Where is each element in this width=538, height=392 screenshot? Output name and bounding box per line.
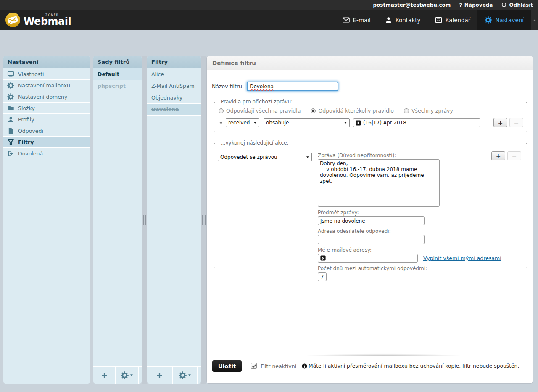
radio-vsechny-zpravy[interactable]: Všechny zprávy xyxy=(404,108,453,114)
collapse-rule-icon[interactable] xyxy=(219,121,223,125)
days-label: Počet dnů mezi automatickými odpověďmi: xyxy=(318,266,511,271)
rule-field-select[interactable]: received xyxy=(226,118,259,127)
radio-icon xyxy=(404,108,409,113)
sender-input[interactable] xyxy=(318,235,425,244)
subject-label: Předmět zprávy: xyxy=(318,210,511,216)
sidebar-item-dovolena[interactable]: Dovolená xyxy=(3,148,90,159)
filter-set-item-default[interactable]: Default xyxy=(93,68,142,80)
brand-webmail: Webmail xyxy=(24,16,71,26)
action-type-select[interactable]: Odpovědět se zprávou xyxy=(218,153,312,161)
tab-nastaveni[interactable]: Nastavení xyxy=(477,10,531,30)
message-textarea[interactable]: Dobry den, v obdobi 16.-17. dubna 2018 m… xyxy=(318,159,440,207)
sidebar-item-filtry[interactable]: Filtry xyxy=(3,137,90,148)
caret-down-icon xyxy=(130,374,133,377)
insert-icon[interactable] xyxy=(356,120,361,126)
sidebar-item-nastaveni-mailboxu[interactable]: Nastavení mailboxu xyxy=(3,80,90,91)
rule-condition-select[interactable]: obsahuje xyxy=(264,118,350,127)
settings-column: Nastavení VlastnostiNastavení mailboxuNa… xyxy=(3,56,90,384)
filters-title: Filtry xyxy=(147,56,201,68)
account-email: postmaster@testwebu.com xyxy=(373,2,451,8)
logout-label: Odhlásit xyxy=(509,2,533,8)
document-icon xyxy=(7,127,14,134)
settings-column-title: Nastavení xyxy=(3,56,90,68)
filter-item-alice[interactable]: Alice xyxy=(147,68,201,80)
add-filter-set-button[interactable] xyxy=(93,367,115,384)
filters-list: AliceZ-Mail AntiSpamObjednavkyDovolena xyxy=(147,68,201,116)
help-label: Nápověda xyxy=(464,2,493,8)
webmail-logo-icon xyxy=(5,12,21,28)
check-icon xyxy=(252,364,256,368)
filter-sets-toolbar xyxy=(93,366,142,384)
radio-icon xyxy=(311,108,316,113)
match-mode-radios: Odpovídají všechna pravidlaOdpovídá kter… xyxy=(219,108,523,114)
save-button[interactable]: Uložit xyxy=(212,360,242,372)
sender-label: Adresa odesilatele odpovědi: xyxy=(318,228,511,234)
filter-sets-list: Defaultphpscript xyxy=(93,68,142,92)
message-label: Zpráva (Důvod nepřítomnosti): xyxy=(318,153,511,158)
gear-icon xyxy=(7,82,14,89)
filter-item-dovolena[interactable]: Dovolena xyxy=(147,104,201,116)
filters-toolbar xyxy=(147,366,201,384)
sidebar-item-vlastnosti[interactable]: Vlastnosti xyxy=(3,68,90,80)
sidebar-item-slozky[interactable]: Složky xyxy=(3,103,90,114)
actions-fieldset: ...vykonej následující akce: + − Odpověd… xyxy=(214,140,527,268)
logout-link[interactable]: Odhlásit xyxy=(501,2,533,8)
tab-e-mail[interactable]: E-mail xyxy=(335,10,378,30)
fill-addresses-link[interactable]: Vyplnit všemi mými adresami xyxy=(423,255,501,261)
sidebar-item-odpovedi[interactable]: Odpovědi xyxy=(3,125,90,137)
sidebar-item-nastaveni-domeny[interactable]: Nastavení domény xyxy=(3,91,90,103)
filter-editor-panel: Definice filtru Název filtru: Dovolena P… xyxy=(206,56,533,384)
user-icon xyxy=(7,116,14,123)
remove-rule-button: − xyxy=(509,118,523,127)
tri-up-icon xyxy=(533,18,537,22)
tab-kontakty[interactable]: Kontakty xyxy=(378,10,428,30)
filter-set-actions-button[interactable] xyxy=(116,367,138,384)
sidebar-item-profily[interactable]: Profily xyxy=(3,114,90,125)
filter-item-objednavky[interactable]: Objednavky xyxy=(147,92,201,104)
radio-odpovida-kterekoliv-pravidlo[interactable]: Odpovídá kterékoliv pravidlo xyxy=(311,108,394,114)
brand-logo[interactable]: ZONER Webmail xyxy=(0,10,71,30)
settings-list: VlastnostiNastavení mailboxuNastavení do… xyxy=(3,68,90,159)
filter-name-input[interactable]: Dovolena xyxy=(247,82,338,91)
actions-legend: ...vykonej následující akce: xyxy=(219,140,290,146)
calendar-icon xyxy=(435,16,442,24)
radio-odpovidaji-vsechna-pravidla[interactable]: Odpovídají všechna pravidla xyxy=(219,108,301,114)
remove-action-button: − xyxy=(507,151,521,160)
select-arrow-icon xyxy=(306,155,309,159)
rule-row: received obsahuje (16|17) Apr 2018 + xyxy=(218,118,523,127)
days-input[interactable]: 7 xyxy=(318,272,327,281)
splitter-2[interactable] xyxy=(201,56,206,384)
rules-legend: Pravidla pro příchozí zprávu: xyxy=(219,99,294,105)
footer-note: Máte-li aktivní přesměrování mailboxu be… xyxy=(309,363,519,369)
topbar: postmaster@testwebu.com ? Nápověda Odhlá… xyxy=(0,0,538,10)
subject-input[interactable]: Jsme na dovolene xyxy=(318,216,425,225)
filter-set-item-phpscript[interactable]: phpscript xyxy=(93,80,142,92)
filter-icon xyxy=(7,139,14,146)
help-link[interactable]: ? Nápověda xyxy=(459,2,493,8)
insert-icon[interactable] xyxy=(320,255,326,261)
add-rule-button[interactable]: + xyxy=(493,118,507,127)
scroll-up-button[interactable] xyxy=(531,10,538,30)
question-icon: ? xyxy=(459,2,462,8)
caret-down-icon xyxy=(188,374,191,377)
my-addresses-input[interactable] xyxy=(318,254,418,263)
splitter-1[interactable] xyxy=(142,56,147,384)
tab-kalendar[interactable]: Kalendář xyxy=(428,10,478,30)
filter-item-z-mail-antispam[interactable]: Z-Mail AntiSpam xyxy=(147,80,201,92)
grip-icon xyxy=(202,215,206,225)
radio-icon xyxy=(219,108,224,113)
envelope-icon xyxy=(343,16,350,24)
filter-inactive-checkbox[interactable] xyxy=(251,363,257,369)
rule-value-input[interactable]: (16|17) Apr 2018 xyxy=(353,118,480,127)
gear-icon xyxy=(7,93,14,100)
filter-actions-button[interactable] xyxy=(173,367,198,384)
footer-shadow xyxy=(295,353,472,356)
filter-inactive-label: Filtr neaktivní xyxy=(261,363,296,369)
add-action-button[interactable]: + xyxy=(491,151,505,160)
plus-icon xyxy=(101,372,108,379)
filter-name-label: Název filtru: xyxy=(212,83,244,89)
add-filter-button[interactable] xyxy=(147,367,172,384)
gear-icon xyxy=(121,371,129,379)
gear-icon xyxy=(485,16,492,24)
rules-fieldset: Pravidla pro příchozí zprávu: Odpovídají… xyxy=(214,99,527,132)
